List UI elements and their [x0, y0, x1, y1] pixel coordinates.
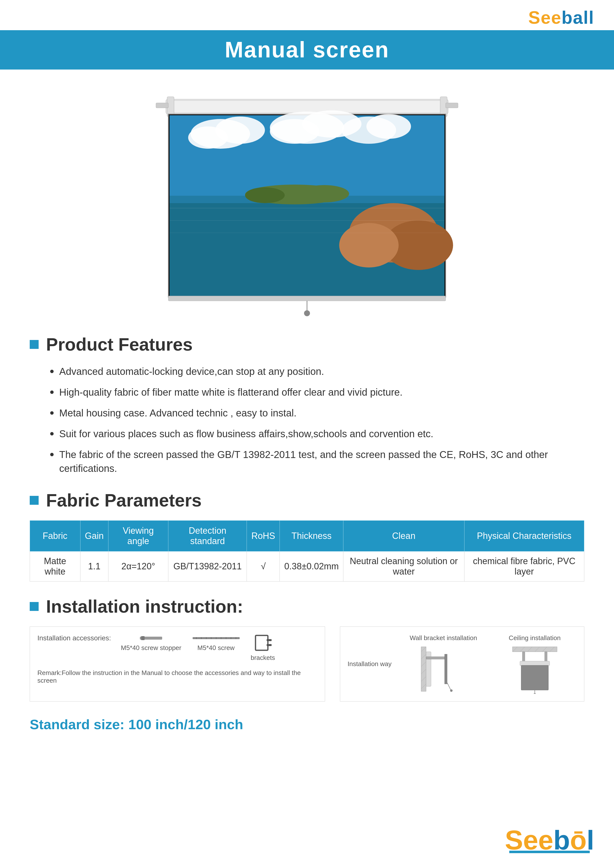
- installation-section: Installation instruction: Installation a…: [30, 596, 584, 702]
- table-row: Matte white 1.1 2α=120° GB/T13982-2011 √…: [30, 552, 584, 581]
- col-viewing-angle: Viewing angle: [108, 521, 168, 552]
- svg-point-70: [533, 693, 536, 694]
- feature-item-2: High-quality fabric of fiber matte white…: [50, 385, 584, 399]
- installation-title: Installation instruction:: [46, 596, 243, 617]
- svg-point-28: [304, 310, 310, 316]
- logo-underline: [509, 851, 590, 853]
- svg-rect-68: [521, 665, 549, 690]
- title-bar: Manual screen: [0, 30, 614, 70]
- install-item-bracket: brackets: [251, 634, 275, 662]
- install-accessories-label: Installation accessories:: [37, 634, 111, 642]
- svg-rect-55: [445, 654, 447, 684]
- install-left-content: Installation accessories: M5*40 screw st…: [37, 634, 317, 684]
- col-gain: Gain: [80, 521, 108, 552]
- svg-rect-44: [267, 639, 272, 641]
- section-square-features: [30, 340, 39, 349]
- svg-rect-29: [156, 103, 168, 108]
- product-features-heading: Product Features: [30, 334, 584, 355]
- product-features-title: Product Features: [46, 334, 193, 355]
- col-rohs: RoHS: [247, 521, 280, 552]
- cell-fabric: Matte white: [30, 552, 81, 581]
- svg-line-56: [447, 683, 451, 690]
- svg-rect-66: [545, 652, 547, 662]
- product-image-area: [0, 84, 614, 334]
- ceiling-diagram: [510, 644, 560, 694]
- wall-bracket-col: Wall bracket installation: [401, 634, 485, 694]
- col-clean: Clean: [344, 521, 464, 552]
- install-way-box: Installation way Wall bracket installati…: [340, 626, 584, 702]
- svg-point-22: [339, 223, 399, 268]
- screen-svg: [146, 84, 468, 319]
- installation-diagrams: Installation accessories: M5*40 screw st…: [30, 626, 584, 702]
- ceiling-label: Ceiling installation: [509, 634, 561, 642]
- wall-bracket-label: Wall bracket installation: [410, 634, 477, 642]
- col-physical: Physical Characteristics: [464, 521, 584, 552]
- svg-rect-1: [167, 101, 447, 113]
- install-right-content: Installation way Wall bracket installati…: [348, 634, 577, 694]
- cell-rohs: √: [247, 552, 280, 581]
- screw-icon: [191, 634, 241, 642]
- svg-rect-43: [255, 636, 268, 650]
- svg-point-12: [270, 119, 319, 144]
- install-item-stopper: M5*40 screw stopper: [121, 634, 181, 652]
- page-title: Manual screen: [0, 37, 614, 63]
- svg-point-9: [188, 126, 228, 149]
- logo-top: Seeball: [529, 8, 594, 28]
- wall-bracket-diagram: [419, 644, 468, 694]
- svg-rect-26: [168, 296, 446, 301]
- installation-heading: Installation instruction:: [30, 596, 584, 617]
- svg-rect-45: [267, 644, 272, 646]
- feature-item-4: Suit for various places such as flow bus…: [50, 427, 584, 441]
- col-detection-standard: Detection standard: [168, 521, 247, 552]
- section-square-install: [30, 602, 39, 611]
- features-list: Advanced automatic-locking device,can st…: [30, 364, 584, 475]
- screen-illustration: [146, 84, 468, 319]
- install-way-label: Installation way: [348, 660, 392, 668]
- fabric-parameters-section: Fabric Parameters Fabric Gain Viewing an…: [30, 490, 584, 581]
- feature-item-1: Advanced automatic-locking device,can st…: [50, 364, 584, 378]
- cell-detection-standard: GB/T13982-2011: [168, 552, 247, 581]
- feature-item-3: Metal housing case. Advanced technic , e…: [50, 406, 584, 420]
- fabric-table: Fabric Gain Viewing angle Detection stan…: [30, 520, 584, 581]
- svg-rect-67: [520, 661, 550, 666]
- col-thickness: Thickness: [280, 521, 344, 552]
- fabric-parameters-title: Fabric Parameters: [46, 490, 202, 510]
- svg-rect-30: [446, 103, 458, 108]
- install-item-screw: M5*40 screw: [191, 634, 241, 652]
- svg-point-14: [367, 114, 411, 139]
- cell-clean: Neutral cleaning solution or water: [344, 552, 464, 581]
- bracket-icon: [253, 634, 273, 651]
- cell-physical: chemical fibre fabric, PVC layer: [464, 552, 584, 581]
- logo-bottom: Seebōl: [505, 826, 594, 853]
- remark-text: Remark:Follow the instruction in the Man…: [37, 669, 317, 684]
- standard-size: Standard size: 100 inch/120 inch: [30, 716, 584, 732]
- install-items-row: Installation accessories: M5*40 screw st…: [37, 634, 317, 662]
- cell-viewing-angle: 2α=120°: [108, 552, 168, 581]
- cell-thickness: 0.38±0.02mm: [280, 552, 344, 581]
- stopper-icon: [138, 634, 163, 642]
- cell-gain: 1.1: [80, 552, 108, 581]
- section-square-fabric: [30, 496, 39, 505]
- col-fabric: Fabric: [30, 521, 81, 552]
- svg-point-19: [300, 185, 349, 202]
- ceiling-col: Ceiling installation: [493, 634, 577, 694]
- install-accessories-box: Installation accessories: M5*40 screw st…: [30, 626, 325, 702]
- svg-point-18: [245, 187, 285, 203]
- feature-item-5: The fabric of the screen passed the GB/T…: [50, 448, 584, 475]
- main-content: Product Features Advanced automatic-lock…: [0, 334, 614, 732]
- install-diagrams-inner: Wall bracket installation: [401, 634, 577, 694]
- footer: Seebōl: [0, 819, 614, 868]
- svg-rect-54: [426, 657, 446, 659]
- svg-rect-65: [522, 652, 525, 662]
- svg-point-57: [450, 689, 452, 692]
- header: Seeball: [0, 0, 614, 30]
- table-header-row: Fabric Gain Viewing angle Detection stan…: [30, 521, 584, 552]
- fabric-parameters-heading: Fabric Parameters: [30, 490, 584, 510]
- svg-rect-32: [141, 636, 145, 640]
